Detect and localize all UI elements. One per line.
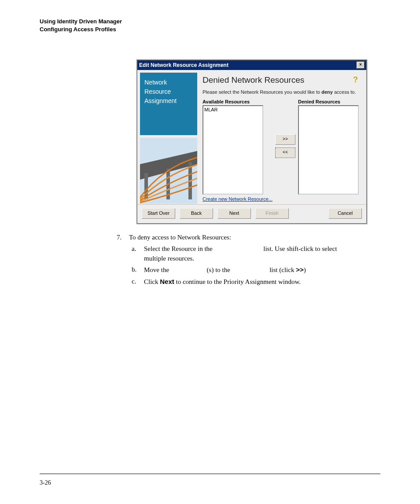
substeps: a. Select the Resource in the list. Use … xyxy=(132,244,361,287)
wizard-sidebar-title: Network Resource Assignment xyxy=(140,73,197,135)
lists-row: Available Resources MLAR Create new Netw… xyxy=(203,99,359,202)
denied-label: Denied Resources xyxy=(298,99,359,104)
a-pre: Select the Resource in the xyxy=(144,245,214,252)
header-line-1: Using Identity Driven Manager xyxy=(40,18,380,26)
c-bold: Next xyxy=(160,278,174,285)
c-pre: Click xyxy=(144,278,160,285)
button-spacer xyxy=(293,208,324,219)
step-7: 7. To deny access to Network Resources: xyxy=(117,233,361,243)
start-over-button[interactable]: Start Over xyxy=(142,208,175,219)
substep-a: a. Select the Resource in the list. Use … xyxy=(132,244,361,264)
b-pre: Move the xyxy=(144,266,171,273)
step-number: 7. xyxy=(117,233,129,243)
available-column: Available Resources MLAR Create new Netw… xyxy=(203,99,273,202)
substep-c: c. Click Next to continue to the Priorit… xyxy=(132,277,361,287)
b-close: ) xyxy=(304,266,306,273)
denied-listbox[interactable] xyxy=(298,105,359,195)
desc-pre: Please select the Network Resources you … xyxy=(203,89,321,95)
available-listbox[interactable]: MLAR xyxy=(203,105,263,195)
b-post: list (click xyxy=(268,266,296,273)
finish-button[interactable]: Finish xyxy=(255,208,289,219)
dialog-button-row: Start Over Back Next Finish Cancel xyxy=(137,204,366,223)
available-label: Available Resources xyxy=(203,99,273,104)
b-symbol: >> xyxy=(296,266,304,273)
move-buttons-column: >> << xyxy=(275,134,295,158)
sub-letter: c. xyxy=(132,277,144,287)
desc-post: access to. xyxy=(333,89,356,95)
list-item[interactable]: MLAR xyxy=(204,107,262,112)
close-icon[interactable]: × xyxy=(357,62,365,69)
cancel-button[interactable]: Cancel xyxy=(328,208,362,219)
sub-c-text: Click Next to continue to the Priority A… xyxy=(144,277,301,287)
next-button[interactable]: Next xyxy=(217,208,251,219)
move-right-button[interactable]: >> xyxy=(275,134,295,145)
header-line-2: Configuring Access Profiles xyxy=(40,26,380,33)
dialog-window: Edit Network Resource Assignment × Netwo… xyxy=(136,59,367,224)
dialog-content: ? Denied Network Resources Please select… xyxy=(201,73,364,204)
content-title: Denied Network Resources xyxy=(203,75,359,85)
dialog-titlebar: Edit Network Resource Assignment × xyxy=(137,60,366,70)
b-mid: (s) to the xyxy=(207,266,232,273)
dialog-title: Edit Network Resource Assignment xyxy=(139,62,228,68)
dialog-wrapper: Edit Network Resource Assignment × Netwo… xyxy=(136,59,380,224)
back-button[interactable]: Back xyxy=(180,208,213,219)
create-resource-link[interactable]: Create new Network Resource... xyxy=(203,196,273,202)
instructions: 7. To deny access to Network Resources: … xyxy=(117,233,361,287)
c-post: to continue to the Priority Assignment w… xyxy=(174,278,301,285)
page-header: Using Identity Driven Manager Configurin… xyxy=(40,18,380,33)
footer-rule xyxy=(40,474,380,474)
content-description: Please select the Network Resources you … xyxy=(203,89,359,95)
sub-letter: a. xyxy=(132,244,144,264)
denied-column: Denied Resources xyxy=(298,99,359,195)
wizard-sidebar-image xyxy=(140,138,197,204)
move-left-button[interactable]: << xyxy=(275,147,295,158)
sub-b-text: Move the (s) to the list (click >>) xyxy=(144,265,306,275)
substep-b: b. Move the (s) to the list (click >>) xyxy=(132,265,361,275)
wizard-sidebar: Network Resource Assignment xyxy=(140,73,197,204)
page-number: 3-26 xyxy=(40,479,51,486)
help-icon[interactable]: ? xyxy=(353,75,360,82)
desc-bold: deny xyxy=(321,89,333,95)
page: Using Identity Driven Manager Configurin… xyxy=(0,0,420,504)
dialog-body: Network Resource Assignment xyxy=(137,70,366,204)
sub-letter: b. xyxy=(132,265,144,275)
step-text: To deny access to Network Resources: xyxy=(129,233,231,243)
sub-a-text: Select the Resource in the list. Use shi… xyxy=(144,244,361,264)
